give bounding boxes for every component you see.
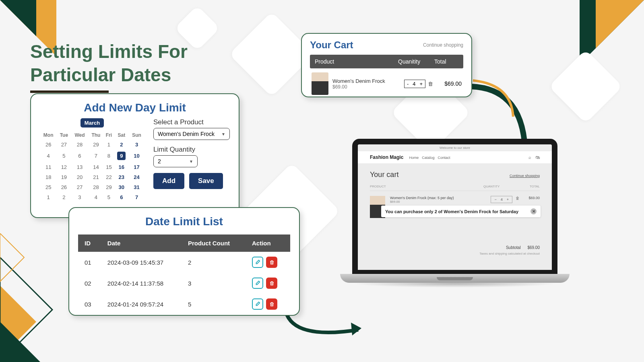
store-item-price: $69.00 [390,200,491,204]
calendar-day[interactable]: 7 [129,192,144,202]
calendar-day[interactable]: 6 [114,192,129,202]
calendar-day[interactable]: 15 [103,162,114,172]
subtotal-value: $69.00 [527,245,540,250]
qty-minus[interactable]: - [407,81,409,87]
store-cart-title: Your cart [370,171,398,179]
store-col-total: TOTAL [520,185,540,188]
quantity-stepper[interactable]: - 4 + [404,80,425,88]
cart-item-price: $69.00 [332,84,404,90]
store-brand: Fashion Magic [370,154,403,160]
store-qty-stepper[interactable]: − 4 + [491,196,512,203]
store-nav-link[interactable]: Catalog [422,156,434,160]
store-continue-link[interactable]: Continue shopping [510,174,540,178]
calendar-day[interactable]: 27 [57,140,71,150]
trash-icon[interactable]: 🗑 [428,81,433,87]
calendar-day[interactable]: 28 [71,140,88,150]
calendar-day[interactable]: 28 [89,182,104,192]
store-qty-minus[interactable]: − [494,197,496,202]
calendar-day[interactable]: 26 [40,140,57,150]
cart-title: Your Cart [310,39,353,51]
cart-card: Your Cart Continue shopping Product Quan… [301,33,472,97]
calendar-day[interactable]: 6 [71,150,88,162]
product-select[interactable]: Women's Denim Frock▼ [153,128,230,140]
calendar-day[interactable]: 1 [40,192,57,202]
add-button[interactable]: Add [153,173,184,189]
subtotal-label: Subtotal [506,245,521,250]
qty-select[interactable]: 2▼ [153,155,198,167]
cart-item-name: Women's Denim Frock [332,78,404,84]
calendar-day[interactable]: 3 [71,192,88,202]
store-col-product: PRODUCT [370,185,483,188]
calendar-day[interactable]: 4 [40,150,57,162]
calendar-day[interactable]: 24 [129,172,144,182]
calendar-day[interactable]: 27 [71,182,88,192]
store-qty-value: 4 [501,197,503,202]
calendar-day[interactable]: 13 [71,162,88,172]
calendar-day[interactable]: 17 [129,162,144,172]
delete-icon[interactable] [266,278,277,289]
svg-marker-5 [351,323,361,335]
save-button[interactable]: Save [189,173,223,189]
store-item-name: Women's Denim Frock (max: 5 per day) [390,196,491,200]
table-row: 012024-03-09 15:45:372 [78,252,290,273]
add-limit-title: Add New Day Limit [40,101,230,114]
col-date: Date [101,234,182,252]
calendar-day[interactable]: 16 [114,162,129,172]
delete-icon[interactable] [266,298,277,310]
table-row: 032024-01-24 09:57:245 [78,294,290,315]
calendar-day[interactable]: 29 [89,140,104,150]
alert-close-icon[interactable]: ✕ [530,208,537,214]
bag-icon[interactable]: 🛍 [535,155,540,160]
store-banner: Welcome to our store [358,144,552,151]
calendar-day[interactable]: 31 [129,182,144,192]
calendar-day[interactable]: 9 [114,150,129,162]
calendar-day[interactable]: 23 [114,172,129,182]
search-icon[interactable]: ⌕ [528,155,531,160]
store-cart-item: Women's Denim Frock (max: 5 per day) $69… [370,191,540,223]
calendar-day[interactable]: 30 [114,182,129,192]
calendar-day[interactable]: 19 [57,172,71,182]
calendar[interactable]: March MonTueWedThuFriSatSun 262728291234… [40,118,144,202]
cart-col-product: Product [315,58,398,65]
col-id: ID [78,234,101,252]
calendar-day[interactable]: 3 [129,140,144,150]
store-nav-link[interactable]: Home [409,156,419,160]
calendar-day[interactable]: 11 [40,162,57,172]
calendar-day[interactable]: 22 [103,172,114,182]
edit-icon[interactable] [252,257,263,268]
calendar-day[interactable]: 21 [89,172,104,182]
qty-label: Limit Quantity [153,146,230,154]
store-trash-icon[interactable]: 🗑 [516,196,520,200]
continue-shopping-link[interactable]: Continue shopping [423,42,463,48]
calendar-day[interactable]: 2 [57,192,71,202]
cart-item-total: $69.00 [444,80,462,87]
calendar-day[interactable]: 1 [103,140,114,150]
product-select-label: Select a Product [153,118,230,126]
calendar-day[interactable]: 29 [103,182,114,192]
calendar-day[interactable]: 4 [89,192,104,202]
cart-col-total: Total [434,58,458,65]
qty-plus[interactable]: + [420,81,423,87]
delete-icon[interactable] [266,257,277,268]
calendar-day[interactable]: 20 [71,172,88,182]
calendar-day[interactable]: 2 [114,140,129,150]
calendar-month-badge: March [80,118,104,128]
calendar-day[interactable]: 14 [89,162,104,172]
date-limit-table: ID Date Product Count Action 012024-03-0… [78,234,290,315]
calendar-day[interactable]: 12 [57,162,71,172]
store-col-qty: QUANTITY [483,185,520,188]
calendar-day[interactable]: 7 [89,150,104,162]
calendar-day[interactable]: 25 [40,182,57,192]
svg-marker-3 [0,233,24,282]
store-qty-plus[interactable]: + [507,197,509,202]
edit-icon[interactable] [252,278,263,289]
calendar-day[interactable]: 8 [103,150,114,162]
calendar-day[interactable]: 5 [57,150,71,162]
calendar-day[interactable]: 5 [103,192,114,202]
calendar-day[interactable]: 18 [40,172,57,182]
edit-icon[interactable] [252,298,263,310]
store-nav-link[interactable]: Contact [438,156,450,160]
cart-item-row: Women's Denim Frock $69.00 - 4 + 🗑 $69.0… [310,68,463,99]
calendar-day[interactable]: 10 [129,150,144,162]
calendar-day[interactable]: 26 [57,182,71,192]
